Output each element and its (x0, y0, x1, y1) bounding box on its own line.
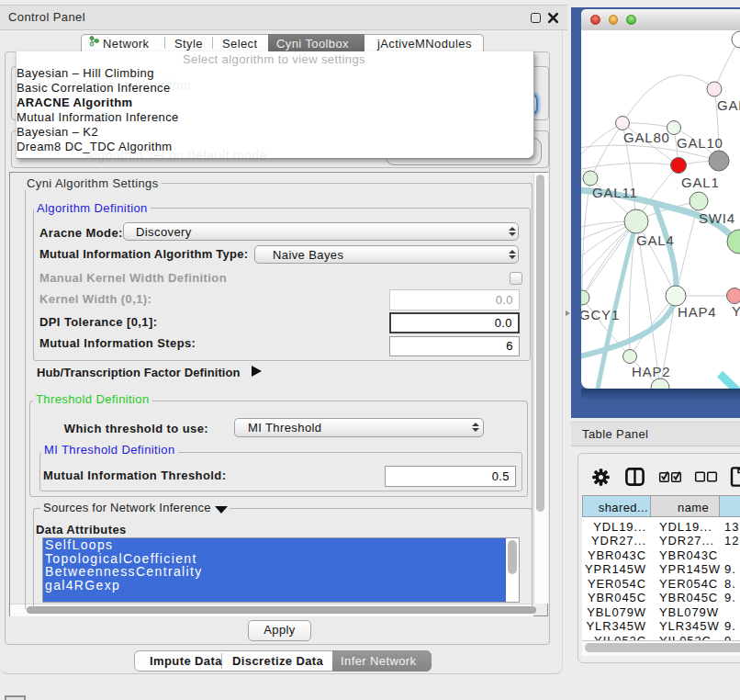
svg-text:GAL10: GAL10 (677, 135, 723, 151)
svg-text:Y: Y (732, 303, 740, 319)
svg-text:HAP2: HAP2 (632, 364, 670, 379)
svg-text:SWI4: SWI4 (699, 210, 735, 226)
svg-text:GAL7: GAL7 (717, 97, 740, 113)
svg-text:GAL1: GAL1 (681, 175, 720, 190)
svg-text:GAL4: GAL4 (636, 232, 675, 248)
svg-text:HAP4: HAP4 (678, 304, 716, 320)
svg-text:GCY1: GCY1 (581, 307, 620, 322)
svg-text:GAL11: GAL11 (592, 185, 638, 200)
svg-text:GAL80: GAL80 (623, 130, 670, 145)
